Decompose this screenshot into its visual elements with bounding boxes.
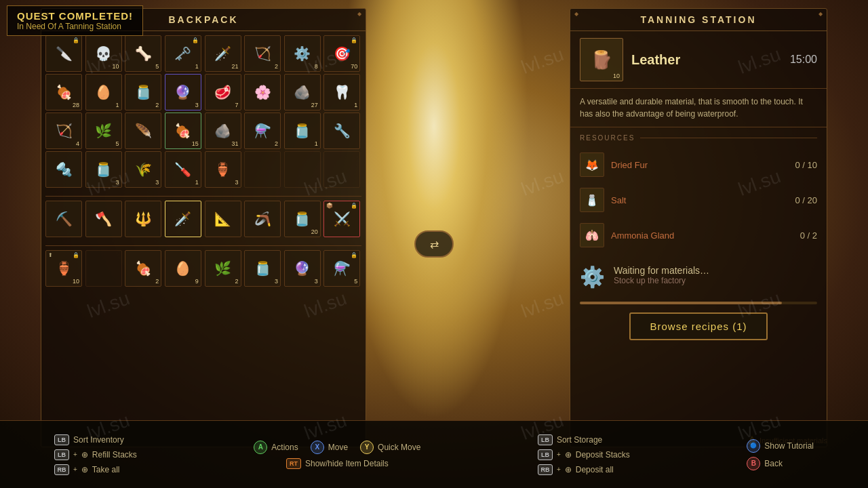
- inv-cell[interactable]: 🏹4: [45, 113, 82, 149]
- inv-cell[interactable]: 🪨27: [284, 74, 321, 110]
- salt-count: 0 / 20: [795, 195, 817, 205]
- quest-name: In Need Of A Tanning Station: [17, 22, 133, 31]
- equip-cell[interactable]: ⚗️5🔒: [323, 250, 360, 287]
- inventory-grid-section: 🔪🔒 💀10 🦴5 🗝️🔒1 🗡️21 🏹2 ⚙️8 🎯🔒70 🍖28 🥚1 🫙…: [41, 31, 366, 192]
- inv-cell[interactable]: 🪶: [125, 113, 161, 149]
- dpad-icon-3: ⊕: [565, 450, 572, 460]
- inv-cell[interactable]: 🔪🔒: [45, 35, 82, 72]
- station-title: TANNING STATION: [570, 9, 827, 31]
- hotbar-cell[interactable]: 📐: [205, 201, 241, 237]
- show-tutorial-label: Show Tutorial: [764, 441, 814, 451]
- inv-cell[interactable]: 🫙3: [85, 151, 122, 188]
- backpack-panel: BACKPACK 🔪🔒 💀10 🦴5 🗝️🔒1 🗡️21 🏹2 ⚙️8 🎯🔒70…: [41, 8, 366, 447]
- hotbar-cell[interactable]: 🪓: [85, 201, 122, 237]
- back-label: Back: [764, 459, 783, 468]
- sort-inventory-label: Sort Inventory: [73, 435, 124, 445]
- inv-cell[interactable]: 🗝️🔒1: [165, 35, 201, 72]
- x-badge: X: [311, 441, 324, 454]
- station-item-info: Leather: [631, 52, 782, 68]
- lb-badge-4: LB: [538, 449, 553, 460]
- inv-cell[interactable]: 🗡️21: [205, 35, 241, 72]
- browse-recipes-button[interactable]: Browse recipes (1): [629, 312, 767, 340]
- dried-fur-name: Dried Fur: [611, 160, 788, 170]
- a-badge: A: [254, 441, 267, 454]
- equip-cell[interactable]: 🍖2: [125, 250, 161, 287]
- station-item-name: Leather: [631, 52, 782, 68]
- show-hide-label: Show/hide Item Details: [305, 459, 389, 468]
- equip-cell[interactable]: 🫙3: [244, 250, 281, 287]
- show-tutorial-hint: 🔵 Show Tutorial: [747, 439, 814, 453]
- inventory-divider-2: [45, 245, 361, 246]
- salt-name: Salt: [611, 195, 788, 205]
- lb-badge-3: LB: [538, 434, 553, 445]
- lb-badge-2: LB: [54, 449, 69, 460]
- bottom-right-hints: LB Sort Storage LB + ⊕ Deposit Stacks RB…: [538, 434, 630, 475]
- inv-cell[interactable]: 🎯🔒70: [323, 35, 360, 72]
- move-label: Move: [328, 443, 348, 452]
- inv-cell[interactable]: 🍖15: [165, 113, 201, 149]
- quest-completed-label: QUEST COMPLETED!: [17, 10, 133, 22]
- inv-cell[interactable]: 💀10: [85, 35, 122, 72]
- lb-badge: LB: [54, 434, 69, 445]
- waiting-subtitle: Stock up the factory: [614, 276, 709, 285]
- inv-cell[interactable]: ⚙️8: [284, 35, 321, 72]
- sort-storage-label: Sort Storage: [557, 435, 602, 445]
- equip-cell[interactable]: ⬆ 🏺10 🔒: [45, 250, 82, 287]
- inv-cell[interactable]: 🏺3: [205, 151, 241, 188]
- quick-move-label: Quick Move: [378, 443, 420, 452]
- hotbar-cell[interactable]: ⛏️: [45, 201, 82, 237]
- salt-icon: 🧂: [580, 188, 604, 212]
- equip-cell[interactable]: 🔮3: [284, 250, 321, 287]
- inv-cell[interactable]: 🍖28: [45, 74, 82, 110]
- inventory-divider: [45, 196, 361, 197]
- equip-cell[interactable]: 🌿2: [205, 250, 241, 287]
- dpad-icon: ⊕: [81, 450, 88, 460]
- y-badge: Y: [360, 441, 374, 454]
- inv-cell[interactable]: 🔩: [45, 151, 82, 188]
- inv-cell[interactable]: 🥚1: [85, 74, 122, 110]
- inv-cell-empty: [323, 151, 360, 188]
- deposit-stacks-hint: LB + ⊕ Deposit Stacks: [538, 449, 630, 460]
- tanning-station-panel: TANNING STATION 🪵 10 Leather 15:00 A ver…: [570, 8, 827, 447]
- inv-cell[interactable]: 🪛1: [165, 151, 201, 188]
- inv-cell[interactable]: 🥩7: [205, 74, 241, 110]
- bottom-left-hints: LB Sort Inventory LB + ⊕ Refill Stacks R…: [54, 434, 137, 475]
- inv-cell[interactable]: 🌾3: [125, 151, 161, 188]
- ammonia-count: 0 / 2: [800, 230, 817, 241]
- inv-cell[interactable]: 🪨31: [205, 113, 241, 149]
- hotbar-cell[interactable]: 🫙20: [284, 201, 321, 237]
- inv-cell[interactable]: 🌿5: [85, 113, 122, 149]
- inv-cell[interactable]: 🔮3: [165, 74, 201, 110]
- inv-cell[interactable]: 🫙1: [284, 113, 321, 149]
- quest-banner: QUEST COMPLETED! In Need Of A Tanning St…: [7, 5, 143, 36]
- inv-cell[interactable]: 🏹2: [244, 35, 281, 72]
- rb-badge: RB: [54, 464, 69, 475]
- plus-icon-2: +: [73, 466, 77, 473]
- inv-cell[interactable]: 🦷1: [323, 74, 360, 110]
- inv-cell[interactable]: 🫙2: [125, 74, 161, 110]
- transfer-button[interactable]: ⇄: [414, 230, 454, 258]
- equip-cell-empty: [85, 250, 122, 287]
- ammonia-icon: 🫁: [580, 223, 604, 247]
- hotbar-cell[interactable]: 🪃: [244, 201, 281, 237]
- gear-icon: ⚙️: [580, 265, 607, 292]
- refill-stacks-hint: LB + ⊕ Refill Stacks: [54, 449, 137, 460]
- hotbar-cell[interactable]: 🗡️: [165, 201, 201, 237]
- b-badge: B: [747, 457, 760, 470]
- deposit-all-label: Deposit all: [576, 465, 614, 474]
- inv-cell-empty: [284, 151, 321, 188]
- bottom-far-right-hints: 🔵 Show Tutorial B Back: [747, 439, 814, 470]
- move-hint: X Move: [311, 441, 348, 454]
- inv-cell[interactable]: 🌸: [244, 74, 281, 110]
- equip-cell[interactable]: 🥚9: [165, 250, 201, 287]
- plus-icon-4: +: [557, 466, 561, 473]
- resource-row-salt: 🧂 Salt 0 / 20: [580, 182, 817, 218]
- bottom-bar: LB Sort Inventory LB + ⊕ Refill Stacks R…: [0, 420, 868, 488]
- inv-cell[interactable]: 🦴5: [125, 35, 161, 72]
- inv-cell[interactable]: 🔧: [323, 113, 360, 149]
- inv-cell-empty: [244, 151, 281, 188]
- inv-cell[interactable]: ⚗️2: [244, 113, 281, 149]
- rt-badge: RT: [286, 458, 301, 469]
- hotbar-cell[interactable]: 🔱: [125, 201, 161, 237]
- hotbar-cell[interactable]: ⚔️ 📦 🔒: [323, 201, 360, 237]
